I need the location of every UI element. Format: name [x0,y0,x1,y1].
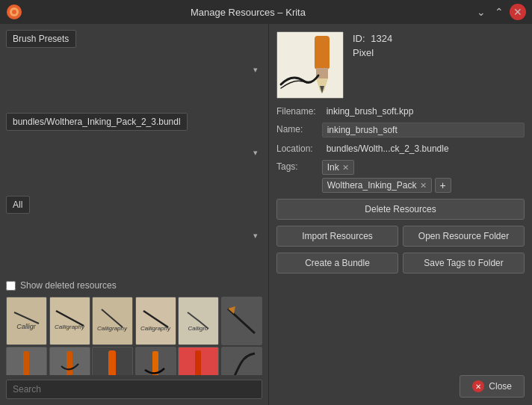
krita-logo-icon [6,4,22,20]
name-value: inking_brush_soft [322,123,525,137]
brush-cell-7[interactable] [6,347,47,375]
import-open-row: Import Resources Open Resource Folder [276,226,525,247]
id-label: ID: [353,33,365,44]
brush-id-type-block: ID: 1324 Pixel [353,31,525,58]
tags-label: Tags: [276,160,316,172]
brush-cell-9[interactable] [92,347,133,375]
filter-dropdown[interactable]: All [6,196,30,214]
svg-rect-25 [108,350,116,375]
name-label: Name: [276,123,316,135]
properties-table: Filename: inking_brush_soft.kpp Name: in… [276,105,525,193]
brush-cell-12[interactable] [221,347,262,375]
bundle-dropdown[interactable]: bundles/Wolthera_Inking_Pack_2_3.bundl [6,113,188,131]
tag-wolthera-remove[interactable]: ✕ [420,182,427,190]
close-dialog-button[interactable]: ✕ Close [460,375,525,398]
tags-container: Ink ✕ Wolthera_Inking_Pack ✕ + [322,160,525,193]
brush-cell-6[interactable] [221,297,262,345]
location-value: bundles/Wolth...ck_2_3.bundle [322,142,525,155]
svg-text:Calligraphy: Calligraphy [97,325,128,332]
svg-rect-31 [195,350,201,375]
maximize-button[interactable]: ⌃ [492,4,507,19]
svg-rect-9 [93,297,132,344]
brush-cell-4[interactable]: Calligraphy [135,297,176,345]
minimize-button[interactable]: ⌄ [474,4,489,19]
tags-row: Ink ✕ [322,160,525,175]
titlebar-left [6,4,22,20]
show-deleted-label: Show deleted resources [20,280,117,291]
svg-rect-59 [277,32,344,99]
left-panel: Brush Presets bundles/Wolthera_Inking_Pa… [0,24,269,405]
svg-rect-12 [136,297,176,344]
brush-preview [276,31,344,99]
tag-wolthera[interactable]: Wolthera_Inking_Pack ✕ [322,178,432,193]
filter-dropdown-wrapper: All [6,196,262,274]
close-window-button[interactable]: ✕ [510,4,526,20]
resource-type-dropdown[interactable]: Brush Presets [6,30,76,48]
close-icon: ✕ [472,380,484,392]
type-value: Pixel [353,47,374,58]
preview-info-row: ID: 1324 Pixel [276,31,525,99]
bundle-save-row: Create a Bundle Save Tags to Folder [276,253,525,273]
show-deleted-checkbox[interactable] [6,281,16,291]
svg-rect-6 [50,297,90,344]
open-resource-folder-button[interactable]: Open Resource Folder [403,226,525,247]
brush-cell-3[interactable]: Calligraphy [92,297,133,345]
add-tag-button[interactable]: + [435,178,451,193]
main-layout: Brush Presets bundles/Wolthera_Inking_Pa… [0,24,532,405]
brush-cell-1[interactable]: Calligr [6,297,47,345]
svg-rect-60 [315,36,330,69]
tags-row-2: Wolthera_Inking_Pack ✕ + [322,178,525,193]
search-input[interactable] [6,380,262,399]
titlebar: Manage Resources – Krita ⌄ ⌃ ✕ [0,0,532,24]
right-panel: ID: 1324 Pixel Filename: inking_brush_so… [269,24,532,405]
brush-type-row: Pixel [353,47,525,58]
close-area: ✕ Close [276,375,525,398]
svg-point-2 [12,10,16,14]
create-bundle-button[interactable]: Create a Bundle [276,253,398,273]
tag-ink-label: Ink [327,162,339,173]
save-tags-button[interactable]: Save Tags to Folder [403,253,525,273]
brush-cell-8[interactable] [49,347,90,375]
location-label: Location: [276,142,316,154]
bundle-dropdown-wrapper: bundles/Wolthera_Inking_Pack_2_3.bundl [6,113,262,191]
brush-cell-2[interactable]: Calligraphy [49,297,90,345]
id-value: 1324 [371,33,392,44]
brush-cell-10[interactable] [135,347,176,375]
svg-rect-22 [66,351,72,375]
tag-ink-remove[interactable]: ✕ [342,164,349,172]
filename-label: Filename: [276,105,316,117]
delete-resources-button[interactable]: Delete Resources [276,199,525,220]
brush-cell-11[interactable] [178,347,219,375]
svg-rect-3 [7,297,46,344]
filename-value: inking_brush_soft.kpp [322,105,525,118]
svg-rect-28 [152,351,158,375]
svg-rect-19 [23,351,29,375]
show-deleted-row: Show deleted resources [6,279,262,292]
tag-ink[interactable]: Ink ✕ [322,160,354,175]
tag-wolthera-label: Wolthera_Inking_Pack [327,180,417,191]
import-resources-button[interactable]: Import Resources [276,226,398,247]
brush-cell-5[interactable]: Calligro [178,297,219,345]
window-controls: ⌄ ⌃ ✕ [474,4,526,20]
resource-type-dropdown-wrapper: Brush Presets [6,30,262,108]
svg-text:Calligr: Calligr [16,323,37,330]
brush-grid: Calligr Calligraphy Calligraphy [6,297,262,375]
window-title: Manage Resources – Krita [191,7,306,18]
brush-id-row: ID: 1324 [353,33,525,44]
close-label: Close [489,381,512,392]
